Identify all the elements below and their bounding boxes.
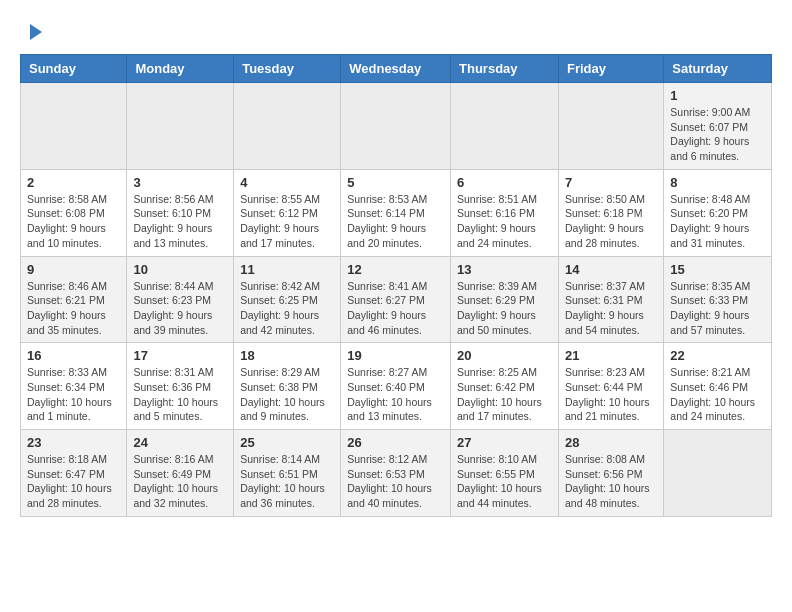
day-info: Sunrise: 8:14 AM Sunset: 6:51 PM Dayligh…	[240, 452, 334, 511]
day-info: Sunrise: 8:50 AM Sunset: 6:18 PM Dayligh…	[565, 192, 657, 251]
day-info: Sunrise: 9:00 AM Sunset: 6:07 PM Dayligh…	[670, 105, 765, 164]
calendar-week-row: 1Sunrise: 9:00 AM Sunset: 6:07 PM Daylig…	[21, 83, 772, 170]
day-number: 23	[27, 435, 120, 450]
day-number: 19	[347, 348, 444, 363]
day-number: 22	[670, 348, 765, 363]
day-info: Sunrise: 8:51 AM Sunset: 6:16 PM Dayligh…	[457, 192, 552, 251]
calendar-week-row: 23Sunrise: 8:18 AM Sunset: 6:47 PM Dayli…	[21, 430, 772, 517]
day-info: Sunrise: 8:18 AM Sunset: 6:47 PM Dayligh…	[27, 452, 120, 511]
calendar-week-row: 2Sunrise: 8:58 AM Sunset: 6:08 PM Daylig…	[21, 169, 772, 256]
calendar-cell	[21, 83, 127, 170]
day-number: 18	[240, 348, 334, 363]
day-number: 10	[133, 262, 227, 277]
calendar-cell: 28Sunrise: 8:08 AM Sunset: 6:56 PM Dayli…	[558, 430, 663, 517]
calendar-cell: 10Sunrise: 8:44 AM Sunset: 6:23 PM Dayli…	[127, 256, 234, 343]
calendar-cell	[127, 83, 234, 170]
calendar-cell: 15Sunrise: 8:35 AM Sunset: 6:33 PM Dayli…	[664, 256, 772, 343]
calendar-cell: 13Sunrise: 8:39 AM Sunset: 6:29 PM Dayli…	[451, 256, 559, 343]
calendar-cell: 21Sunrise: 8:23 AM Sunset: 6:44 PM Dayli…	[558, 343, 663, 430]
calendar-cell: 3Sunrise: 8:56 AM Sunset: 6:10 PM Daylig…	[127, 169, 234, 256]
calendar-cell: 11Sunrise: 8:42 AM Sunset: 6:25 PM Dayli…	[234, 256, 341, 343]
day-number: 8	[670, 175, 765, 190]
calendar-cell: 9Sunrise: 8:46 AM Sunset: 6:21 PM Daylig…	[21, 256, 127, 343]
day-info: Sunrise: 8:23 AM Sunset: 6:44 PM Dayligh…	[565, 365, 657, 424]
column-header-sunday: Sunday	[21, 55, 127, 83]
calendar-week-row: 16Sunrise: 8:33 AM Sunset: 6:34 PM Dayli…	[21, 343, 772, 430]
day-info: Sunrise: 8:10 AM Sunset: 6:55 PM Dayligh…	[457, 452, 552, 511]
day-number: 13	[457, 262, 552, 277]
calendar-cell	[664, 430, 772, 517]
day-number: 6	[457, 175, 552, 190]
day-number: 26	[347, 435, 444, 450]
day-info: Sunrise: 8:56 AM Sunset: 6:10 PM Dayligh…	[133, 192, 227, 251]
day-number: 15	[670, 262, 765, 277]
day-info: Sunrise: 8:41 AM Sunset: 6:27 PM Dayligh…	[347, 279, 444, 338]
column-header-wednesday: Wednesday	[341, 55, 451, 83]
day-number: 25	[240, 435, 334, 450]
day-info: Sunrise: 8:31 AM Sunset: 6:36 PM Dayligh…	[133, 365, 227, 424]
day-info: Sunrise: 8:37 AM Sunset: 6:31 PM Dayligh…	[565, 279, 657, 338]
day-number: 21	[565, 348, 657, 363]
column-header-monday: Monday	[127, 55, 234, 83]
svg-marker-0	[30, 24, 42, 40]
day-info: Sunrise: 8:39 AM Sunset: 6:29 PM Dayligh…	[457, 279, 552, 338]
calendar-cell: 12Sunrise: 8:41 AM Sunset: 6:27 PM Dayli…	[341, 256, 451, 343]
calendar-cell: 6Sunrise: 8:51 AM Sunset: 6:16 PM Daylig…	[451, 169, 559, 256]
day-number: 11	[240, 262, 334, 277]
calendar-cell	[234, 83, 341, 170]
calendar-cell: 26Sunrise: 8:12 AM Sunset: 6:53 PM Dayli…	[341, 430, 451, 517]
day-info: Sunrise: 8:27 AM Sunset: 6:40 PM Dayligh…	[347, 365, 444, 424]
calendar-cell: 1Sunrise: 9:00 AM Sunset: 6:07 PM Daylig…	[664, 83, 772, 170]
day-info: Sunrise: 8:08 AM Sunset: 6:56 PM Dayligh…	[565, 452, 657, 511]
calendar-table: SundayMondayTuesdayWednesdayThursdayFrid…	[20, 54, 772, 517]
day-number: 16	[27, 348, 120, 363]
calendar-cell	[558, 83, 663, 170]
page-header	[20, 20, 772, 44]
calendar-cell: 25Sunrise: 8:14 AM Sunset: 6:51 PM Dayli…	[234, 430, 341, 517]
day-number: 9	[27, 262, 120, 277]
logo-icon	[22, 20, 46, 44]
day-number: 5	[347, 175, 444, 190]
calendar-cell: 4Sunrise: 8:55 AM Sunset: 6:12 PM Daylig…	[234, 169, 341, 256]
day-info: Sunrise: 8:44 AM Sunset: 6:23 PM Dayligh…	[133, 279, 227, 338]
day-info: Sunrise: 8:48 AM Sunset: 6:20 PM Dayligh…	[670, 192, 765, 251]
day-info: Sunrise: 8:29 AM Sunset: 6:38 PM Dayligh…	[240, 365, 334, 424]
calendar-cell: 24Sunrise: 8:16 AM Sunset: 6:49 PM Dayli…	[127, 430, 234, 517]
logo	[20, 20, 46, 44]
day-info: Sunrise: 8:46 AM Sunset: 6:21 PM Dayligh…	[27, 279, 120, 338]
day-number: 28	[565, 435, 657, 450]
day-info: Sunrise: 8:55 AM Sunset: 6:12 PM Dayligh…	[240, 192, 334, 251]
calendar-cell: 22Sunrise: 8:21 AM Sunset: 6:46 PM Dayli…	[664, 343, 772, 430]
column-header-saturday: Saturday	[664, 55, 772, 83]
day-number: 2	[27, 175, 120, 190]
day-number: 1	[670, 88, 765, 103]
day-info: Sunrise: 8:12 AM Sunset: 6:53 PM Dayligh…	[347, 452, 444, 511]
day-number: 7	[565, 175, 657, 190]
calendar-cell: 18Sunrise: 8:29 AM Sunset: 6:38 PM Dayli…	[234, 343, 341, 430]
calendar-cell: 27Sunrise: 8:10 AM Sunset: 6:55 PM Dayli…	[451, 430, 559, 517]
day-number: 24	[133, 435, 227, 450]
day-number: 20	[457, 348, 552, 363]
day-number: 12	[347, 262, 444, 277]
day-info: Sunrise: 8:53 AM Sunset: 6:14 PM Dayligh…	[347, 192, 444, 251]
calendar-cell	[341, 83, 451, 170]
day-number: 14	[565, 262, 657, 277]
day-info: Sunrise: 8:33 AM Sunset: 6:34 PM Dayligh…	[27, 365, 120, 424]
column-header-tuesday: Tuesday	[234, 55, 341, 83]
day-number: 4	[240, 175, 334, 190]
day-number: 27	[457, 435, 552, 450]
calendar-cell: 2Sunrise: 8:58 AM Sunset: 6:08 PM Daylig…	[21, 169, 127, 256]
calendar-cell: 16Sunrise: 8:33 AM Sunset: 6:34 PM Dayli…	[21, 343, 127, 430]
calendar-cell: 14Sunrise: 8:37 AM Sunset: 6:31 PM Dayli…	[558, 256, 663, 343]
calendar-week-row: 9Sunrise: 8:46 AM Sunset: 6:21 PM Daylig…	[21, 256, 772, 343]
calendar-cell: 5Sunrise: 8:53 AM Sunset: 6:14 PM Daylig…	[341, 169, 451, 256]
calendar-cell: 19Sunrise: 8:27 AM Sunset: 6:40 PM Dayli…	[341, 343, 451, 430]
day-info: Sunrise: 8:35 AM Sunset: 6:33 PM Dayligh…	[670, 279, 765, 338]
calendar-cell: 20Sunrise: 8:25 AM Sunset: 6:42 PM Dayli…	[451, 343, 559, 430]
day-info: Sunrise: 8:58 AM Sunset: 6:08 PM Dayligh…	[27, 192, 120, 251]
column-header-friday: Friday	[558, 55, 663, 83]
day-info: Sunrise: 8:25 AM Sunset: 6:42 PM Dayligh…	[457, 365, 552, 424]
day-number: 17	[133, 348, 227, 363]
day-info: Sunrise: 8:16 AM Sunset: 6:49 PM Dayligh…	[133, 452, 227, 511]
calendar-cell: 8Sunrise: 8:48 AM Sunset: 6:20 PM Daylig…	[664, 169, 772, 256]
